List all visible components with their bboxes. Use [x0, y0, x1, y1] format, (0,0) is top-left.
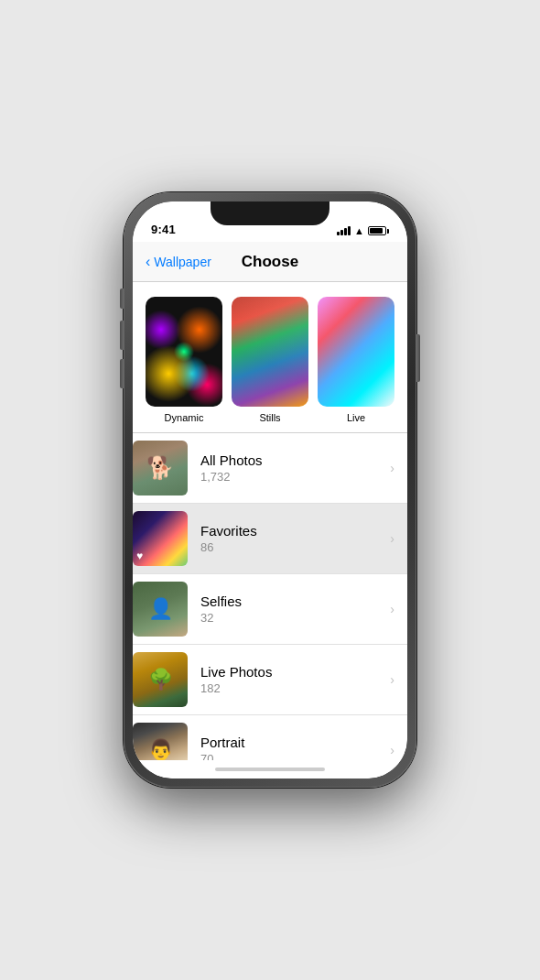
screen: 9:41 ▲	[133, 201, 407, 779]
chevron-right-icon: ›	[390, 531, 394, 546]
battery-icon	[368, 226, 389, 235]
phone-inner: 9:41 ▲	[133, 201, 407, 779]
live-photos-name: Live Photos	[200, 664, 390, 680]
status-icons: ▲	[337, 225, 389, 236]
album-row-selfies[interactable]: 👤 Selfies 32 ›	[133, 574, 407, 645]
mute-button[interactable]	[120, 289, 124, 309]
selfies-info: Selfies 32	[200, 593, 390, 625]
live-photos-count: 182	[200, 681, 390, 695]
all-photos-thumbnail: 🐕	[133, 441, 188, 495]
stills-label: Stills	[259, 412, 280, 423]
signal-icon	[337, 226, 351, 235]
heart-icon: ♥	[136, 550, 143, 562]
selfies-count: 32	[200, 611, 390, 625]
chevron-right-icon: ›	[390, 461, 394, 475]
favorites-info: Favorites 86	[200, 523, 390, 554]
portrait-name: Portrait	[200, 735, 390, 750]
category-live[interactable]: Live	[318, 297, 394, 423]
favorites-count: 86	[200, 540, 390, 554]
portrait-info: Portrait 70	[200, 735, 390, 761]
live-label: Live	[347, 412, 365, 423]
navigation-bar: ‹ Wallpaper Choose	[133, 242, 407, 282]
chevron-right-icon: ›	[390, 602, 394, 616]
home-indicator[interactable]	[133, 760, 407, 779]
all-photos-count: 1,732	[200, 470, 390, 484]
category-dynamic[interactable]: Dynamic	[146, 297, 222, 423]
favorites-name: Favorites	[200, 523, 390, 539]
page-title: Choose	[242, 253, 298, 271]
dynamic-thumbnail	[146, 297, 222, 407]
notch	[211, 201, 329, 225]
live-photos-thumbnail: 🌳	[133, 652, 188, 707]
all-photos-name: All Photos	[200, 452, 390, 468]
portrait-thumbnail: 👨	[133, 723, 188, 761]
power-button[interactable]	[416, 334, 420, 382]
back-button[interactable]: ‹ Wallpaper	[146, 254, 211, 270]
all-photos-info: All Photos 1,732	[200, 452, 390, 484]
volume-up-button[interactable]	[120, 321, 124, 350]
selfies-name: Selfies	[200, 593, 390, 609]
favorites-thumbnail: ♥	[133, 511, 188, 566]
home-bar	[215, 768, 325, 771]
selfies-thumbnail: 👤	[133, 582, 188, 637]
volume-down-button[interactable]	[120, 359, 124, 388]
dynamic-label: Dynamic	[165, 412, 204, 423]
status-time: 9:41	[151, 223, 176, 236]
album-row-favorites[interactable]: ♥ Favorites 86 ›	[133, 504, 407, 574]
wifi-icon: ▲	[354, 225, 364, 236]
album-row-all-photos[interactable]: 🐕 All Photos 1,732 ›	[133, 433, 407, 504]
chevron-left-icon: ‹	[146, 254, 150, 270]
album-row-live-photos[interactable]: 🌳 Live Photos 182 ›	[133, 645, 407, 715]
live-thumbnail	[318, 297, 394, 407]
portrait-count: 70	[200, 752, 390, 761]
chevron-right-icon: ›	[390, 743, 394, 757]
wallpaper-categories: Dynamic Stills Live	[133, 282, 407, 432]
album-row-portrait[interactable]: 👨 Portrait 70 ›	[133, 715, 407, 761]
album-list: 🐕 All Photos 1,732 › ♥	[133, 433, 407, 761]
content-area[interactable]: Dynamic Stills Live	[133, 282, 407, 760]
stills-thumbnail	[232, 297, 308, 407]
phone-frame: 9:41 ▲	[124, 192, 416, 788]
back-label: Wallpaper	[154, 255, 211, 269]
category-stills[interactable]: Stills	[232, 297, 308, 423]
chevron-right-icon: ›	[390, 672, 394, 687]
live-photos-info: Live Photos 182	[200, 664, 390, 695]
